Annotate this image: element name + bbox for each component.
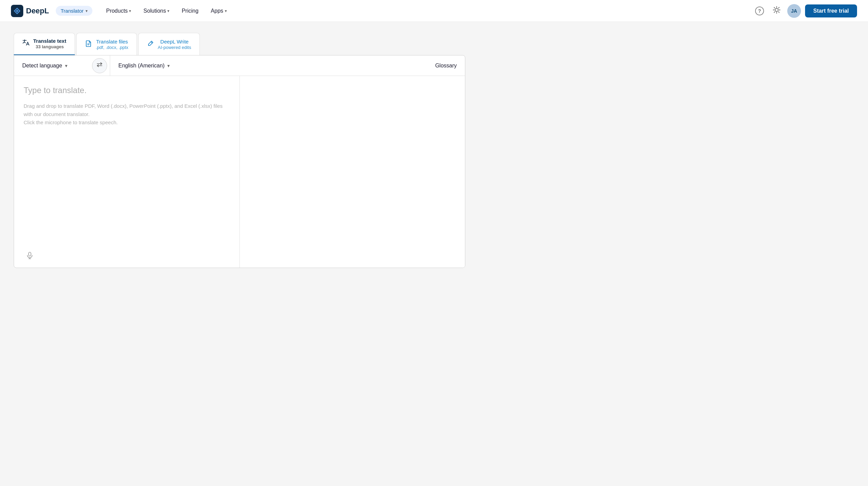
translator-box: Detect language ▾ English (American) ▾: [14, 55, 465, 268]
deepl-write-label: DeepL Write: [158, 39, 191, 44]
target-lang-chevron-icon: ▾: [167, 63, 170, 68]
translate-files-icon: [85, 40, 92, 49]
glossary-button[interactable]: Glossary: [427, 55, 465, 76]
target-language-area: English (American) ▾ Glossary: [110, 55, 465, 76]
nav-pricing-label: Pricing: [182, 8, 198, 14]
svg-line-8: [778, 8, 779, 8]
apps-chevron-icon: ▾: [225, 9, 227, 13]
language-bar: Detect language ▾ English (American) ▾: [14, 55, 465, 76]
translate-files-label: Translate files: [96, 39, 128, 44]
translate-text-label: Translate text: [33, 38, 66, 44]
main-content: Translate text 33 languages Translate fi…: [0, 22, 479, 279]
solutions-chevron-icon: ▾: [167, 9, 169, 13]
translate-files-sublabel: .pdf, .docx, .pptx: [96, 45, 128, 50]
target-editor: [240, 76, 465, 268]
logo-text: DeepL: [26, 7, 49, 15]
deepl-logo-icon: [11, 5, 23, 17]
placeholder-hint: Drag and drop to translate PDF, Word (.d…: [24, 102, 230, 127]
target-language-label: English (American): [118, 63, 165, 69]
microphone-icon: [26, 252, 34, 261]
start-trial-button[interactable]: Start free trial: [805, 4, 857, 17]
nav-apps-label: Apps: [211, 8, 223, 14]
start-trial-label: Start free trial: [813, 8, 849, 14]
swap-icon: [96, 61, 103, 70]
deepl-write-labels: DeepL Write AI-powered edits: [158, 39, 191, 50]
theme-toggle-button[interactable]: [770, 4, 783, 17]
target-language-selector[interactable]: English (American) ▾: [110, 55, 178, 76]
translator-nav-label: Translator: [61, 8, 83, 14]
glossary-label: Glossary: [435, 63, 457, 68]
tab-translate-files[interactable]: Translate files .pdf, .docx, .pptx: [76, 33, 137, 55]
nav-item-solutions[interactable]: Solutions ▾: [138, 5, 175, 17]
microphone-button[interactable]: [24, 250, 36, 262]
theme-icon: [773, 6, 780, 15]
products-chevron-icon: ▾: [129, 9, 131, 13]
svg-rect-10: [29, 252, 31, 256]
editor-bottom-toolbar: [24, 244, 230, 262]
svg-point-1: [775, 9, 778, 12]
deepl-write-icon: [147, 40, 154, 49]
logo: DeepL: [11, 5, 49, 17]
translate-text-icon: [22, 39, 30, 48]
translate-text-sublabel: 33 languages: [33, 44, 66, 49]
placeholder-main: Type to translate.: [24, 86, 230, 95]
source-language-selector[interactable]: Detect language ▾: [14, 55, 89, 76]
navbar: DeepL Translator ▾ Products ▾ Solutions …: [0, 0, 868, 22]
swap-languages-button[interactable]: [92, 58, 107, 73]
nav-right: ? JA Start free trial: [753, 4, 857, 18]
deepl-write-sublabel: AI-powered edits: [158, 45, 191, 50]
tab-bar: Translate text 33 languages Translate fi…: [14, 33, 465, 55]
help-icon: ?: [755, 7, 764, 15]
nav-item-products[interactable]: Products ▾: [101, 5, 137, 17]
svg-line-7: [778, 12, 779, 12]
source-editor[interactable]: Type to translate. Drag and drop to tran…: [14, 76, 240, 268]
svg-line-6: [774, 8, 775, 8]
source-language-label: Detect language: [22, 63, 62, 69]
svg-line-9: [774, 12, 775, 12]
avatar-initials: JA: [791, 8, 797, 14]
nav-products-label: Products: [106, 8, 128, 14]
editor-area: Type to translate. Drag and drop to tran…: [14, 76, 465, 268]
translate-files-labels: Translate files .pdf, .docx, .pptx: [96, 39, 128, 50]
nav-items: Products ▾ Solutions ▾ Pricing Apps ▾: [101, 5, 750, 17]
user-avatar-button[interactable]: JA: [787, 4, 801, 18]
translator-nav-button[interactable]: Translator ▾: [56, 6, 92, 16]
translator-chevron-icon: ▾: [86, 9, 88, 13]
source-lang-chevron-icon: ▾: [65, 63, 67, 68]
nav-item-apps[interactable]: Apps ▾: [205, 5, 232, 17]
tab-translate-text[interactable]: Translate text 33 languages: [14, 33, 75, 55]
nav-item-pricing[interactable]: Pricing: [176, 5, 204, 17]
help-button[interactable]: ?: [753, 4, 766, 17]
nav-solutions-label: Solutions: [143, 8, 166, 14]
translate-text-labels: Translate text 33 languages: [33, 38, 66, 49]
tab-deepl-write[interactable]: DeepL Write AI-powered edits: [138, 33, 200, 55]
